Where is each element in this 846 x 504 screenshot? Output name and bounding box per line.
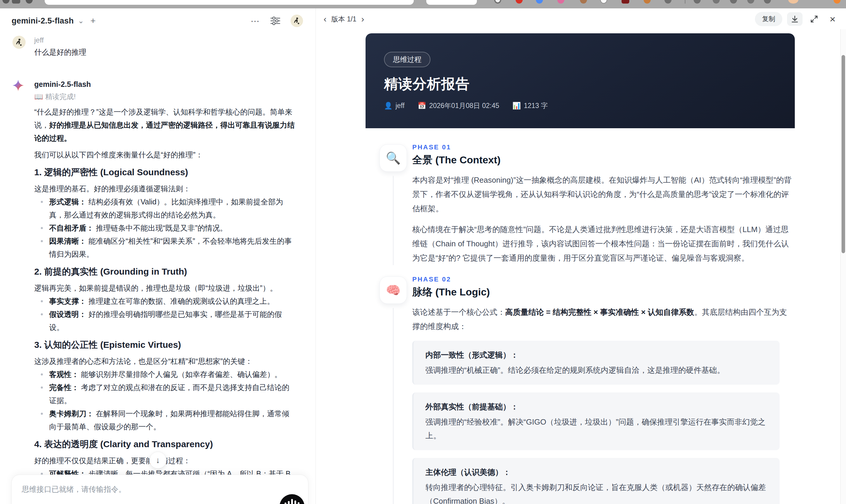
book-icon: 📖 xyxy=(34,92,43,101)
bookmark-icon[interactable] xyxy=(58,502,71,504)
artifact-panel: ‹ 版本 1/1 › 复制 × xyxy=(316,8,846,504)
version-prev-icon[interactable]: ‹ xyxy=(323,15,327,23)
message-composer: ❖ xyxy=(11,474,309,504)
report-badge: 思维过程 xyxy=(384,52,430,67)
magnifier-icon: 🔍 xyxy=(380,144,407,172)
user-name: jeff xyxy=(34,36,296,44)
scroll-to-bottom-button[interactable]: ↓ xyxy=(149,452,166,469)
address-bar[interactable] xyxy=(45,0,414,5)
dimension-card: 外部真实性（前提基础）： 强调推理的“经验校准”。解决“GIGO（垃圾进，垃圾出… xyxy=(412,392,780,450)
phase-label: PHASE 01 xyxy=(412,143,793,151)
extension-icon[interactable] xyxy=(600,0,607,4)
toolbar-icon[interactable] xyxy=(665,0,672,4)
section-lead: 逻辑再完美，如果前提是错误的，推理也是垃圾（即“垃圾进，垃圾出”）。 xyxy=(34,282,296,294)
waveform-bar xyxy=(295,500,296,504)
toolbar-icon[interactable] xyxy=(764,0,771,4)
message-input[interactable] xyxy=(22,483,266,496)
scrollbar-track[interactable] xyxy=(840,29,846,504)
version-label: 版本 1/1 xyxy=(331,15,356,24)
version-next-icon[interactable]: › xyxy=(361,15,364,23)
gemini-star-icon xyxy=(13,80,25,91)
chat-scroll-area[interactable]: jeff 什么是好的推理 xyxy=(0,28,316,504)
report-document: 思维过程 精读分析报告 👤 jeff 📅 2026年01月08日 02:45 📊… xyxy=(366,33,795,504)
waveform-bar xyxy=(298,502,299,504)
timeline-connector xyxy=(393,308,393,504)
phase-section-1: 🔍 PHASE 01 全景 (The Context) 本内容是对“推理 (Re… xyxy=(366,143,795,265)
browser-back-icon[interactable] xyxy=(2,0,10,4)
extension-icon[interactable] xyxy=(515,0,523,4)
assistant-paragraph: 我们可以从以下四个维度来衡量什么是“好的推理”： xyxy=(34,148,296,161)
voice-input-button[interactable] xyxy=(280,494,304,504)
dimension-card: 内部一致性（形式逻辑）： 强调推理的“机械正确”。结论必须在给定的规则系统内逻辑… xyxy=(412,341,780,385)
list-item: 完备性： 考虑了对立的观点和潜在的反证，而不是只选择支持自己结论的证据。 xyxy=(34,381,296,407)
expand-icon[interactable] xyxy=(807,12,821,26)
list-item: 客观性： 能够识别并尽量排除个人偏见（如幸存者偏差、确认偏差）。 xyxy=(34,368,296,381)
tools-sparkle-icon[interactable]: ❖ xyxy=(41,502,54,504)
model-selector[interactable]: gemini-2.5-flash xyxy=(12,16,74,25)
browser-grid-icon[interactable] xyxy=(12,0,20,4)
wordcount-icon: 📊 xyxy=(512,102,521,110)
dimension-card: 主体伦理（认识美德）： 转向推理者的心理特征。引入奥卡姆剃刀和反向论证，旨在克服… xyxy=(412,458,780,504)
report-title: 精读分析报告 xyxy=(384,76,776,92)
chat-header: gemini-2.5-flash ⌄ + ⋯ xyxy=(0,8,316,28)
secondary-tab[interactable] xyxy=(426,0,477,5)
phase-paragraph: 核心情境在于解决“思考的随意性”问题。不论是人类通过批判性思维进行决策，还是大语… xyxy=(412,222,793,265)
brain-icon: 🧠 xyxy=(380,276,407,304)
copy-button[interactable]: 复制 xyxy=(755,12,782,26)
waveform-bar xyxy=(288,501,289,504)
profile-avatar[interactable] xyxy=(788,0,798,4)
toolbar-icon[interactable] xyxy=(747,0,754,4)
phase-paragraph: 该论述基于一个核心公式：高质量结论 = 结构完整性 × 事实准确性 × 认知自律… xyxy=(412,305,793,334)
chevron-down-icon[interactable]: ⌄ xyxy=(78,17,84,25)
report-header-card: 思维过程 精读分析报告 👤 jeff 📅 2026年01月08日 02:45 📊… xyxy=(366,33,795,128)
user-avatar[interactable] xyxy=(290,15,303,27)
author-icon: 👤 xyxy=(384,102,393,110)
tune-settings-icon[interactable] xyxy=(270,16,280,25)
list-item: 因果清晰： 能准确区分“相关性”和“因果关系”，不会轻率地将先后发生的事情归为因… xyxy=(34,234,296,260)
extension-icon[interactable] xyxy=(536,0,543,4)
extension-icon[interactable] xyxy=(557,0,564,4)
bullet-list: 事实支撑： 推理建立在可靠的数据、准确的观测或公认的真理之上。 假设透明： 好的… xyxy=(34,294,296,334)
user-avatar xyxy=(13,36,25,49)
assistant-paragraph: “什么是好的推理？”这是一个涉及逻辑学、认知科学和哲学核心的问题。简单来说，好的… xyxy=(34,105,296,145)
list-item: 形式逻辑： 结构必须有效（Valid）。比如演绎推理中，如果前提全部为真，那么通… xyxy=(34,195,296,221)
scrollbar-thumb[interactable] xyxy=(842,55,845,253)
bullet-list: 形式逻辑： 结构必须有效（Valid）。比如演绎推理中，如果前提全部为真，那么通… xyxy=(34,195,296,260)
toolbar-icon[interactable] xyxy=(693,0,701,4)
report-meta: 👤 jeff 📅 2026年01月08日 02:45 📊 1213 字 xyxy=(384,101,776,110)
artifact-toolbar: ‹ 版本 1/1 › 复制 × xyxy=(316,8,846,30)
user-message-text: 什么是好的推理 xyxy=(34,47,296,58)
report-wordcount: 1213 字 xyxy=(524,101,548,110)
list-item: 假设透明： 好的推理会明确指明哪些是已知事实，哪些是基于可能的假设。 xyxy=(34,308,296,334)
toolbar-icon[interactable] xyxy=(712,0,720,4)
phase-title: 脉络 (The Logic) xyxy=(412,285,793,299)
arrow-down-icon: ↓ xyxy=(156,455,160,465)
new-chat-button[interactable]: + xyxy=(90,16,96,26)
download-icon[interactable] xyxy=(787,12,803,26)
waveform-bar xyxy=(285,503,286,504)
report-author: jeff xyxy=(395,102,405,110)
list-item: 事实支撑： 推理建立在可靠的数据、准确的观测或公认的真理之上。 xyxy=(34,294,296,308)
more-menu-icon[interactable]: ⋯ xyxy=(251,16,260,26)
phase-label: PHASE 02 xyxy=(412,275,793,284)
section-heading: 4. 表达的透明度 (Clarity and Transparency) xyxy=(34,438,296,450)
user-message: jeff 什么是好的推理 xyxy=(13,36,296,58)
extension-icon[interactable] xyxy=(580,0,587,4)
phase-title: 全景 (The Context) xyxy=(412,153,793,166)
chat-panel: gemini-2.5-flash ⌄ + ⋯ xyxy=(0,8,316,504)
assistant-message: gemini-2.5-flash 📖 精读完成! “什么是好的推理？”这是一个涉… xyxy=(13,79,296,484)
extension-icon[interactable] xyxy=(621,0,629,4)
timeline-connector xyxy=(393,176,393,265)
extension-icon[interactable] xyxy=(644,0,651,4)
phase-section-2: 🧠 PHASE 02 脉络 (The Logic) 该论述基于一个核心公式：高质… xyxy=(366,275,795,504)
close-icon[interactable]: × xyxy=(826,12,840,26)
toolbar-icon[interactable] xyxy=(730,0,737,4)
assistant-name: gemini-2.5-flash xyxy=(34,79,296,89)
app-window: gemini-2.5-flash ⌄ + ⋯ xyxy=(0,0,846,504)
phase-paragraph: 本内容是对“推理 (Reasoning)”这一抽象概念的高层建模。在知识爆炸与人… xyxy=(412,173,793,216)
extension-icon[interactable] xyxy=(833,0,841,4)
browser-menu-icon[interactable] xyxy=(25,0,33,4)
section-lead: 这涉及推理者的心态和方法论，也是区分“杠精”和“思想家”的关键： xyxy=(34,355,296,368)
attach-plus-icon[interactable] xyxy=(19,502,32,504)
extension-icon[interactable] xyxy=(494,0,501,4)
